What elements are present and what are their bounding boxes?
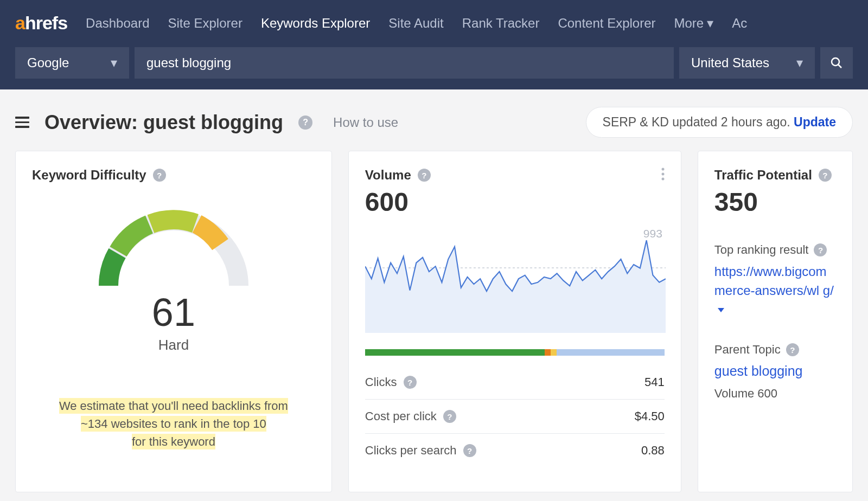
kd-label: Hard xyxy=(158,337,189,354)
chevron-down-icon: ▾ xyxy=(707,16,713,30)
kd-score: 61 xyxy=(152,290,195,335)
volume-value: 600 xyxy=(365,187,665,217)
help-icon[interactable]: ? xyxy=(814,243,827,256)
clicks-value: 541 xyxy=(621,375,665,389)
update-status: SERP & KD updated 2 hours ago. xyxy=(603,115,794,129)
cps-value: 0.88 xyxy=(621,444,665,458)
update-pill: SERP & KD updated 2 hours ago. Update xyxy=(586,107,853,138)
volume-trend-chart xyxy=(365,235,665,335)
kd-gauge xyxy=(87,194,260,297)
top-ranking-url[interactable]: https://www.bigcommerce-answers/wl g/ xyxy=(714,262,836,319)
logo-rest: hrefs xyxy=(25,12,67,34)
parent-topic-link[interactable]: guest blogging xyxy=(714,363,836,379)
chevron-down-icon xyxy=(718,308,724,312)
svg-point-4 xyxy=(661,178,664,181)
logo[interactable]: ahrefs xyxy=(15,12,67,34)
nav-site-audit[interactable]: Site Audit xyxy=(388,16,443,31)
chevron-down-icon: ▾ xyxy=(796,55,803,70)
nav-content-explorer[interactable]: Content Explorer xyxy=(558,16,655,31)
kd-title: Keyword Difficulty xyxy=(32,168,146,183)
parent-topic-volume: Volume 600 xyxy=(714,387,836,401)
sidebar-toggle[interactable] xyxy=(15,117,29,128)
nav-keywords-explorer[interactable]: Keywords Explorer xyxy=(261,16,370,31)
volume-card: Volume ? 600 993 Clicks? 541 Cost per cl… xyxy=(348,151,681,492)
more-options-icon[interactable] xyxy=(661,168,665,183)
update-button[interactable]: Update xyxy=(794,115,836,129)
help-icon[interactable]: ? xyxy=(786,343,799,356)
cpc-label: Cost per click xyxy=(365,409,437,423)
page-title: Overview: guest blogging xyxy=(44,111,283,134)
tp-value: 350 xyxy=(714,187,836,217)
kd-estimate: We estimate that you'll need backlinks f… xyxy=(32,397,315,451)
help-icon[interactable]: ? xyxy=(443,410,456,423)
tp-title: Traffic Potential xyxy=(714,168,812,183)
nav-rank-tracker[interactable]: Rank Tracker xyxy=(462,16,540,31)
volume-title: Volume xyxy=(365,168,411,183)
nav-account-truncated[interactable]: Ac xyxy=(732,16,747,31)
svg-point-0 xyxy=(832,58,839,66)
help-icon[interactable]: ? xyxy=(153,169,166,182)
nav-dashboard[interactable]: Dashboard xyxy=(86,16,149,31)
search-engine-select[interactable]: Google ▾ xyxy=(15,47,129,79)
help-icon[interactable]: ? xyxy=(298,115,312,130)
help-icon[interactable]: ? xyxy=(404,376,417,389)
chevron-down-icon: ▾ xyxy=(111,55,117,70)
svg-line-1 xyxy=(838,65,841,68)
how-to-use-link[interactable]: How to use xyxy=(333,115,398,130)
search-icon xyxy=(830,56,843,69)
parent-topic-label: Parent Topic ? xyxy=(714,343,836,357)
keyword-input[interactable] xyxy=(135,47,674,79)
help-icon[interactable]: ? xyxy=(463,444,476,457)
clicks-distribution-bar xyxy=(365,349,665,356)
help-icon[interactable]: ? xyxy=(418,169,431,182)
logo-a: a xyxy=(15,12,25,34)
keyword-difficulty-card: Keyword Difficulty ? 61 Hard We estimate… xyxy=(15,151,332,492)
help-icon[interactable]: ? xyxy=(819,169,832,182)
search-button[interactable] xyxy=(820,47,853,79)
svg-point-3 xyxy=(661,173,664,176)
main-nav: Dashboard Site Explorer Keywords Explore… xyxy=(86,16,747,31)
nav-more[interactable]: More▾ xyxy=(674,16,714,31)
top-ranking-label: Top ranking result ? xyxy=(714,243,836,257)
volume-peak-label: 993 xyxy=(643,227,662,240)
cps-label: Clicks per search xyxy=(365,444,457,458)
svg-point-2 xyxy=(661,168,664,171)
clicks-label: Clicks xyxy=(365,375,397,389)
traffic-potential-card: Traffic Potential ? 350 Top ranking resu… xyxy=(698,151,853,492)
cpc-value: $4.50 xyxy=(621,409,665,423)
nav-site-explorer[interactable]: Site Explorer xyxy=(168,16,242,31)
country-select[interactable]: United States ▾ xyxy=(679,47,815,79)
